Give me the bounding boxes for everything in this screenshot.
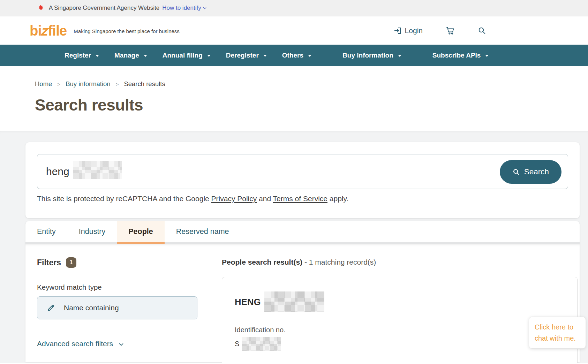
search-tabs: Entity Industry People Reserved name bbox=[25, 221, 580, 244]
person-result-card[interactable]: HENG Identification no. S bbox=[222, 277, 578, 363]
divider bbox=[327, 50, 327, 61]
pencil-icon bbox=[47, 304, 55, 312]
breadcrumb-home[interactable]: Home bbox=[35, 80, 52, 88]
nav-item-subscribe-apis[interactable]: Subscribe APIs bbox=[432, 52, 489, 59]
chevron-down-icon bbox=[202, 6, 207, 10]
results-content: Filters 1 Keyword match type Name contai… bbox=[25, 244, 580, 360]
breadcrumb: Home > Buy information > Search results bbox=[35, 80, 588, 88]
nav-item-register[interactable]: Register bbox=[65, 52, 99, 59]
govt-masthead: A Singapore Government Agency Website Ho… bbox=[0, 0, 588, 16]
keyword-match-label: Keyword match type bbox=[37, 283, 209, 291]
nav-label: Manage bbox=[114, 52, 139, 59]
breadcrumb-buy-information[interactable]: Buy information bbox=[66, 80, 111, 88]
divider bbox=[417, 50, 417, 61]
results-panel: Entity Industry People Reserved name Fil… bbox=[25, 221, 580, 362]
bizfile-page: A Singapore Government Agency Website Ho… bbox=[0, 0, 588, 364]
breadcrumb-current: Search results bbox=[124, 80, 165, 88]
tab-industry[interactable]: Industry bbox=[67, 221, 117, 244]
nav-label: Buy information bbox=[342, 52, 393, 59]
nav-item-manage[interactable]: Manage bbox=[114, 52, 147, 59]
tab-people[interactable]: People bbox=[117, 221, 165, 244]
content-area: heng Search This site is protected by re… bbox=[0, 131, 588, 363]
caret-down-icon bbox=[96, 55, 99, 59]
divider bbox=[434, 25, 434, 37]
nav-label: Others bbox=[282, 52, 303, 59]
login-button[interactable]: Login bbox=[393, 26, 423, 35]
results-heading: People search result(s) - 1 matching rec… bbox=[222, 258, 578, 266]
recaptcha-notice: This site is protected by reCAPTCHA and … bbox=[37, 195, 568, 203]
identification-label: Identification no. bbox=[235, 326, 577, 334]
singapore-lion-icon bbox=[37, 4, 44, 12]
filters-sidebar: Filters 1 Keyword match type Name contai… bbox=[25, 244, 209, 360]
nav-label: Annual filing bbox=[163, 52, 203, 59]
masthead-text: A Singapore Government Agency Website bbox=[49, 5, 159, 12]
advanced-filters-label: Advanced search filters bbox=[37, 340, 113, 348]
caret-down-icon bbox=[263, 55, 267, 59]
person-name-visible: HENG bbox=[235, 297, 261, 307]
filters-title: Filters bbox=[37, 258, 61, 267]
header-tagline: Making Singapore the best place for busi… bbox=[74, 27, 180, 34]
caret-down-icon bbox=[207, 55, 211, 59]
search-button-label: Search bbox=[524, 167, 549, 176]
breadcrumb-separator: > bbox=[57, 81, 60, 87]
caret-down-icon bbox=[398, 55, 401, 59]
page-title: Search results bbox=[35, 96, 588, 114]
cart-button[interactable] bbox=[445, 26, 455, 35]
chat-text-line1: Click here to bbox=[535, 321, 586, 333]
breadcrumb-separator: > bbox=[116, 81, 119, 87]
chevron-down-icon bbox=[118, 341, 125, 348]
search-icon bbox=[512, 168, 520, 176]
terms-of-service-link[interactable]: Terms of Service bbox=[273, 195, 327, 203]
site-header: bizfile Making Singapore the best place … bbox=[0, 16, 588, 45]
caret-down-icon bbox=[485, 55, 489, 59]
caret-down-icon bbox=[308, 55, 311, 59]
search-input[interactable]: heng Search bbox=[37, 154, 568, 189]
nav-label: Subscribe APIs bbox=[432, 52, 481, 59]
privacy-policy-link[interactable]: Privacy Policy bbox=[211, 195, 257, 203]
search-panel: heng Search This site is protected by re… bbox=[25, 142, 580, 218]
search-button[interactable]: Search bbox=[500, 160, 561, 184]
redacted-query-text bbox=[73, 161, 122, 179]
nav-item-buy-information[interactable]: Buy information bbox=[342, 52, 401, 59]
person-name: HENG bbox=[235, 293, 577, 313]
results-heading-label: People search result(s) - bbox=[222, 258, 309, 266]
nav-item-deregister[interactable]: Deregister bbox=[226, 52, 267, 59]
login-icon bbox=[393, 26, 402, 35]
how-to-identify-link[interactable]: How to identify bbox=[162, 5, 207, 12]
how-to-identify-label: How to identify bbox=[162, 5, 201, 12]
recaptcha-text: This site is protected by reCAPTCHA and … bbox=[37, 195, 211, 203]
tab-entity[interactable]: Entity bbox=[25, 221, 67, 244]
results-list: People search result(s) - 1 matching rec… bbox=[209, 244, 580, 360]
logo-text: bi bbox=[30, 23, 42, 38]
search-query-text: heng bbox=[46, 166, 69, 177]
header-search-button[interactable] bbox=[477, 26, 486, 35]
identification-prefix: S bbox=[235, 340, 239, 348]
recaptcha-text: and bbox=[257, 195, 273, 203]
recaptcha-text: apply. bbox=[327, 195, 348, 203]
cart-icon bbox=[445, 26, 455, 35]
chat-widget[interactable]: Click here to chat with me. bbox=[529, 317, 586, 349]
nav-label: Deregister bbox=[226, 52, 259, 59]
caret-down-icon bbox=[144, 55, 147, 59]
bizfile-logo[interactable]: bizfile bbox=[30, 24, 67, 38]
redacted-person-name bbox=[264, 291, 324, 312]
filters-header: Filters 1 bbox=[37, 257, 209, 268]
search-icon bbox=[477, 26, 486, 35]
main-nav: Register Manage Annual filing Deregister… bbox=[0, 45, 588, 66]
header-actions: Login bbox=[393, 25, 486, 37]
chat-text-line2: chat with me. bbox=[535, 333, 586, 344]
keyword-match-chip[interactable]: Name containing bbox=[37, 296, 197, 319]
nav-item-annual-filing[interactable]: Annual filing bbox=[163, 52, 211, 59]
identification-value: S bbox=[235, 338, 577, 351]
divider bbox=[466, 25, 466, 37]
login-label: Login bbox=[405, 26, 423, 35]
logo-text: file bbox=[48, 23, 67, 38]
page-heading-section: Home > Buy information > Search results … bbox=[0, 66, 588, 131]
nav-item-others[interactable]: Others bbox=[282, 52, 311, 59]
advanced-filters-toggle[interactable]: Advanced search filters bbox=[37, 340, 125, 348]
redacted-identification bbox=[242, 337, 281, 351]
tab-reserved-name[interactable]: Reserved name bbox=[165, 221, 241, 244]
filter-count-badge: 1 bbox=[66, 257, 76, 268]
results-count: 1 matching record(s) bbox=[309, 258, 376, 266]
keyword-match-value: Name containing bbox=[64, 304, 119, 312]
